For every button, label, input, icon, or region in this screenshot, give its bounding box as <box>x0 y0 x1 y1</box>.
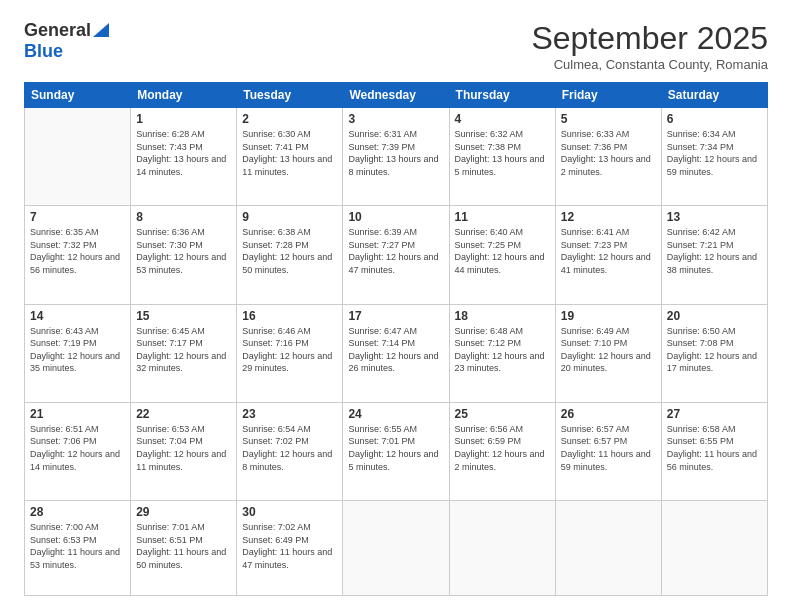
col-thursday: Thursday <box>449 83 555 108</box>
day-cell: 10Sunrise: 6:39 AMSunset: 7:27 PMDayligh… <box>343 206 449 304</box>
day-number: 21 <box>30 407 125 421</box>
day-info: Sunrise: 6:49 AMSunset: 7:10 PMDaylight:… <box>561 325 656 375</box>
day-info: Sunrise: 6:57 AMSunset: 6:57 PMDaylight:… <box>561 423 656 473</box>
day-cell <box>661 501 767 596</box>
day-number: 2 <box>242 112 337 126</box>
calendar-table: Sunday Monday Tuesday Wednesday Thursday… <box>24 82 768 596</box>
subtitle: Culmea, Constanta County, Romania <box>531 57 768 72</box>
day-cell: 3Sunrise: 6:31 AMSunset: 7:39 PMDaylight… <box>343 108 449 206</box>
col-tuesday: Tuesday <box>237 83 343 108</box>
day-info: Sunrise: 6:55 AMSunset: 7:01 PMDaylight:… <box>348 423 443 473</box>
day-cell <box>343 501 449 596</box>
logo: General Blue <box>24 20 109 62</box>
day-number: 18 <box>455 309 550 323</box>
week-row-4: 21Sunrise: 6:51 AMSunset: 7:06 PMDayligh… <box>25 402 768 500</box>
col-saturday: Saturday <box>661 83 767 108</box>
day-info: Sunrise: 6:46 AMSunset: 7:16 PMDaylight:… <box>242 325 337 375</box>
day-number: 7 <box>30 210 125 224</box>
day-cell <box>25 108 131 206</box>
day-number: 6 <box>667 112 762 126</box>
day-info: Sunrise: 6:28 AMSunset: 7:43 PMDaylight:… <box>136 128 231 178</box>
day-info: Sunrise: 6:48 AMSunset: 7:12 PMDaylight:… <box>455 325 550 375</box>
day-number: 13 <box>667 210 762 224</box>
day-number: 28 <box>30 505 125 519</box>
day-cell: 17Sunrise: 6:47 AMSunset: 7:14 PMDayligh… <box>343 304 449 402</box>
day-cell: 18Sunrise: 6:48 AMSunset: 7:12 PMDayligh… <box>449 304 555 402</box>
day-cell: 14Sunrise: 6:43 AMSunset: 7:19 PMDayligh… <box>25 304 131 402</box>
day-info: Sunrise: 6:39 AMSunset: 7:27 PMDaylight:… <box>348 226 443 276</box>
col-wednesday: Wednesday <box>343 83 449 108</box>
day-info: Sunrise: 7:00 AMSunset: 6:53 PMDaylight:… <box>30 521 125 571</box>
day-cell: 28Sunrise: 7:00 AMSunset: 6:53 PMDayligh… <box>25 501 131 596</box>
day-cell: 23Sunrise: 6:54 AMSunset: 7:02 PMDayligh… <box>237 402 343 500</box>
day-info: Sunrise: 6:31 AMSunset: 7:39 PMDaylight:… <box>348 128 443 178</box>
day-info: Sunrise: 6:50 AMSunset: 7:08 PMDaylight:… <box>667 325 762 375</box>
day-number: 17 <box>348 309 443 323</box>
svg-marker-0 <box>93 23 109 37</box>
day-number: 14 <box>30 309 125 323</box>
day-cell: 25Sunrise: 6:56 AMSunset: 6:59 PMDayligh… <box>449 402 555 500</box>
logo-icon <box>93 23 109 37</box>
day-cell <box>555 501 661 596</box>
day-cell: 7Sunrise: 6:35 AMSunset: 7:32 PMDaylight… <box>25 206 131 304</box>
day-info: Sunrise: 6:51 AMSunset: 7:06 PMDaylight:… <box>30 423 125 473</box>
day-number: 12 <box>561 210 656 224</box>
day-cell: 30Sunrise: 7:02 AMSunset: 6:49 PMDayligh… <box>237 501 343 596</box>
day-number: 30 <box>242 505 337 519</box>
day-cell: 5Sunrise: 6:33 AMSunset: 7:36 PMDaylight… <box>555 108 661 206</box>
day-info: Sunrise: 6:43 AMSunset: 7:19 PMDaylight:… <box>30 325 125 375</box>
day-number: 3 <box>348 112 443 126</box>
day-info: Sunrise: 6:41 AMSunset: 7:23 PMDaylight:… <box>561 226 656 276</box>
day-info: Sunrise: 7:02 AMSunset: 6:49 PMDaylight:… <box>242 521 337 571</box>
day-number: 11 <box>455 210 550 224</box>
month-title: September 2025 <box>531 20 768 57</box>
day-number: 24 <box>348 407 443 421</box>
day-cell: 1Sunrise: 6:28 AMSunset: 7:43 PMDaylight… <box>131 108 237 206</box>
day-number: 10 <box>348 210 443 224</box>
day-cell: 16Sunrise: 6:46 AMSunset: 7:16 PMDayligh… <box>237 304 343 402</box>
day-cell: 26Sunrise: 6:57 AMSunset: 6:57 PMDayligh… <box>555 402 661 500</box>
day-cell: 11Sunrise: 6:40 AMSunset: 7:25 PMDayligh… <box>449 206 555 304</box>
day-cell: 13Sunrise: 6:42 AMSunset: 7:21 PMDayligh… <box>661 206 767 304</box>
day-number: 20 <box>667 309 762 323</box>
col-sunday: Sunday <box>25 83 131 108</box>
day-info: Sunrise: 6:45 AMSunset: 7:17 PMDaylight:… <box>136 325 231 375</box>
day-info: Sunrise: 6:47 AMSunset: 7:14 PMDaylight:… <box>348 325 443 375</box>
day-info: Sunrise: 6:34 AMSunset: 7:34 PMDaylight:… <box>667 128 762 178</box>
day-info: Sunrise: 6:30 AMSunset: 7:41 PMDaylight:… <box>242 128 337 178</box>
day-cell: 20Sunrise: 6:50 AMSunset: 7:08 PMDayligh… <box>661 304 767 402</box>
day-cell: 27Sunrise: 6:58 AMSunset: 6:55 PMDayligh… <box>661 402 767 500</box>
day-info: Sunrise: 6:36 AMSunset: 7:30 PMDaylight:… <box>136 226 231 276</box>
day-cell: 24Sunrise: 6:55 AMSunset: 7:01 PMDayligh… <box>343 402 449 500</box>
col-friday: Friday <box>555 83 661 108</box>
day-cell: 8Sunrise: 6:36 AMSunset: 7:30 PMDaylight… <box>131 206 237 304</box>
day-cell: 21Sunrise: 6:51 AMSunset: 7:06 PMDayligh… <box>25 402 131 500</box>
day-info: Sunrise: 6:33 AMSunset: 7:36 PMDaylight:… <box>561 128 656 178</box>
day-cell: 19Sunrise: 6:49 AMSunset: 7:10 PMDayligh… <box>555 304 661 402</box>
day-number: 27 <box>667 407 762 421</box>
day-info: Sunrise: 6:54 AMSunset: 7:02 PMDaylight:… <box>242 423 337 473</box>
day-info: Sunrise: 6:58 AMSunset: 6:55 PMDaylight:… <box>667 423 762 473</box>
day-info: Sunrise: 6:40 AMSunset: 7:25 PMDaylight:… <box>455 226 550 276</box>
week-row-2: 7Sunrise: 6:35 AMSunset: 7:32 PMDaylight… <box>25 206 768 304</box>
header-row: Sunday Monday Tuesday Wednesday Thursday… <box>25 83 768 108</box>
day-cell <box>449 501 555 596</box>
week-row-5: 28Sunrise: 7:00 AMSunset: 6:53 PMDayligh… <box>25 501 768 596</box>
day-info: Sunrise: 6:32 AMSunset: 7:38 PMDaylight:… <box>455 128 550 178</box>
day-cell: 22Sunrise: 6:53 AMSunset: 7:04 PMDayligh… <box>131 402 237 500</box>
page: General Blue September 2025 Culmea, Cons… <box>0 0 792 612</box>
day-number: 5 <box>561 112 656 126</box>
day-cell: 6Sunrise: 6:34 AMSunset: 7:34 PMDaylight… <box>661 108 767 206</box>
day-number: 9 <box>242 210 337 224</box>
day-info: Sunrise: 6:42 AMSunset: 7:21 PMDaylight:… <box>667 226 762 276</box>
day-number: 16 <box>242 309 337 323</box>
day-cell: 9Sunrise: 6:38 AMSunset: 7:28 PMDaylight… <box>237 206 343 304</box>
col-monday: Monday <box>131 83 237 108</box>
week-row-3: 14Sunrise: 6:43 AMSunset: 7:19 PMDayligh… <box>25 304 768 402</box>
header: General Blue September 2025 Culmea, Cons… <box>24 20 768 72</box>
day-number: 22 <box>136 407 231 421</box>
day-info: Sunrise: 6:56 AMSunset: 6:59 PMDaylight:… <box>455 423 550 473</box>
day-number: 4 <box>455 112 550 126</box>
day-number: 15 <box>136 309 231 323</box>
day-number: 29 <box>136 505 231 519</box>
